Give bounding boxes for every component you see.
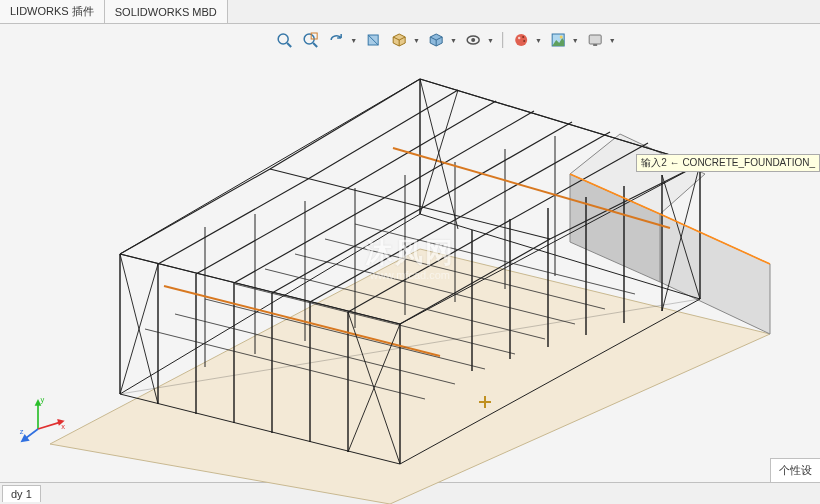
svg-line-49 [270, 169, 550, 239]
triad-z-label: z [20, 427, 24, 436]
command-tab-bar: LIDWORKS 插件 SOLIDWORKS MBD [0, 0, 820, 24]
task-pane-tab[interactable]: 个性设 [770, 458, 820, 482]
tab-label: LIDWORKS 插件 [10, 4, 94, 19]
selection-callout-text: 输入2 ← CONCRETE_FOUNDATION_ [641, 157, 815, 168]
model-canvas [0, 24, 820, 504]
triad-x-label: x [61, 422, 65, 431]
task-pane-label: 个性设 [779, 464, 812, 476]
svg-line-77 [38, 422, 60, 429]
reference-triad[interactable]: y x z [18, 394, 68, 444]
tab-label: SOLIDWORKS MBD [115, 6, 217, 18]
triad-y-label: y [41, 395, 45, 404]
tab-addins[interactable]: LIDWORKS 插件 [0, 0, 105, 23]
tab-mbd[interactable]: SOLIDWORKS MBD [105, 0, 228, 23]
graphics-viewport[interactable]: ▼ ▼ ▼ ▼ ▼ ▼ [0, 24, 820, 482]
selection-callout: 输入2 ← CONCRETE_FOUNDATION_ [636, 154, 820, 172]
